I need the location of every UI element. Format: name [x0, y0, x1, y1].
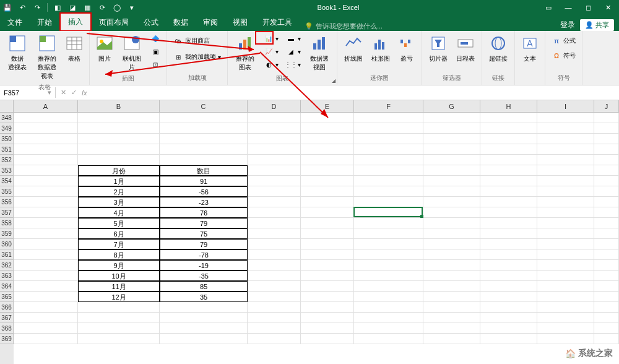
cell[interactable] [354, 323, 423, 334]
cell[interactable] [480, 165, 537, 176]
bar-chart-button[interactable]: ▬▾ [284, 32, 303, 45]
cell[interactable] [594, 249, 619, 260]
cell[interactable] [594, 260, 619, 271]
row-header[interactable]: 349 [0, 123, 14, 134]
qat-icon[interactable]: ◧ [53, 2, 63, 12]
cell[interactable] [248, 323, 301, 334]
cell[interactable] [160, 134, 248, 144]
cell[interactable] [480, 334, 537, 344]
cell[interactable] [248, 165, 301, 176]
cell[interactable] [480, 123, 537, 134]
cell[interactable] [248, 176, 301, 186]
online-pictures-button[interactable]: 联机图片 [118, 32, 145, 73]
redo-icon[interactable]: ↷ [32, 2, 42, 12]
cell[interactable] [537, 323, 594, 334]
cell[interactable]: 75 [160, 228, 248, 239]
cell[interactable] [14, 155, 78, 165]
cell[interactable] [14, 239, 78, 249]
cell[interactable] [594, 281, 619, 292]
slicer-button[interactable]: 切片器 [426, 32, 451, 64]
column-header-E[interactable]: E [301, 100, 354, 112]
column-header-G[interactable]: G [423, 100, 480, 112]
sparkline-column-button[interactable]: 柱形图 [368, 32, 393, 64]
cell[interactable] [354, 197, 423, 207]
cell[interactable] [354, 302, 423, 313]
cell[interactable] [423, 144, 480, 155]
cell[interactable] [423, 334, 480, 344]
cell[interactable] [248, 155, 301, 165]
cell[interactable] [301, 165, 354, 176]
row-header[interactable]: 357 [0, 207, 14, 218]
dialog-launcher-icon[interactable]: ◢ [332, 78, 335, 84]
cell[interactable] [78, 123, 160, 134]
cell[interactable] [160, 123, 248, 134]
cell[interactable] [537, 207, 594, 218]
cell[interactable] [354, 313, 423, 323]
area-chart-button[interactable]: ◢▾ [284, 45, 303, 58]
cell[interactable] [14, 271, 78, 281]
cell[interactable] [594, 197, 619, 207]
row-header[interactable]: 363 [0, 271, 14, 281]
cell[interactable] [480, 323, 537, 334]
cell[interactable] [537, 313, 594, 323]
cell[interactable] [78, 334, 160, 344]
cell[interactable] [248, 334, 301, 344]
cell[interactable] [301, 186, 354, 197]
line-chart-button[interactable]: 📈▾ [261, 45, 281, 58]
column-header-F[interactable]: F [354, 100, 423, 112]
cell[interactable] [480, 228, 537, 239]
cell[interactable] [480, 155, 537, 165]
cell[interactable] [537, 292, 594, 302]
cell[interactable]: 12月 [78, 292, 160, 302]
equation-button[interactable]: π公式 [549, 35, 578, 47]
cell[interactable]: 5月 [78, 218, 160, 228]
row-header[interactable]: 367 [0, 313, 14, 323]
cell[interactable]: 79 [160, 239, 248, 249]
cell[interactable] [248, 228, 301, 239]
cell[interactable]: 3月 [78, 197, 160, 207]
cell[interactable] [301, 239, 354, 249]
cell[interactable] [301, 207, 354, 218]
cell[interactable] [594, 313, 619, 323]
cell[interactable] [248, 207, 301, 218]
cell[interactable] [480, 144, 537, 155]
sparkline-winloss-button[interactable]: 盈亏 [396, 32, 418, 64]
cell[interactable] [14, 281, 78, 292]
tab-data[interactable]: 数据 [166, 14, 196, 31]
cell[interactable] [423, 197, 480, 207]
cell[interactable] [354, 123, 423, 134]
cell[interactable] [354, 134, 423, 144]
cell[interactable]: 2月 [78, 186, 160, 197]
cell[interactable] [594, 302, 619, 313]
cell[interactable] [301, 144, 354, 155]
cell[interactable] [537, 123, 594, 134]
cell[interactable] [423, 323, 480, 334]
screenshot-button[interactable]: ⊡ [148, 58, 163, 71]
cell[interactable] [480, 218, 537, 228]
cell[interactable] [537, 239, 594, 249]
symbol-button[interactable]: Ω符号 [549, 50, 578, 62]
cell[interactable] [423, 207, 480, 218]
cell[interactable] [14, 334, 78, 344]
cell[interactable] [301, 228, 354, 239]
cell[interactable]: 7月 [78, 239, 160, 249]
cell[interactable] [301, 218, 354, 228]
tell-me-search[interactable]: 💡 告诉我您想要做什么... [300, 22, 383, 31]
cell[interactable] [480, 281, 537, 292]
row-header[interactable]: 358 [0, 218, 14, 228]
cell[interactable] [594, 155, 619, 165]
cell[interactable] [480, 292, 537, 302]
cell[interactable] [423, 134, 480, 144]
cell[interactable] [594, 271, 619, 281]
cell[interactable] [423, 113, 480, 123]
column-header-C[interactable]: C [160, 100, 248, 112]
row-header[interactable]: 355 [0, 186, 14, 197]
cell[interactable] [537, 144, 594, 155]
cell[interactable] [14, 323, 78, 334]
fx-icon[interactable]: fx [82, 89, 87, 97]
cell[interactable] [354, 260, 423, 271]
cell[interactable] [423, 186, 480, 197]
cell[interactable] [594, 123, 619, 134]
cell[interactable] [14, 113, 78, 123]
cell[interactable] [537, 186, 594, 197]
